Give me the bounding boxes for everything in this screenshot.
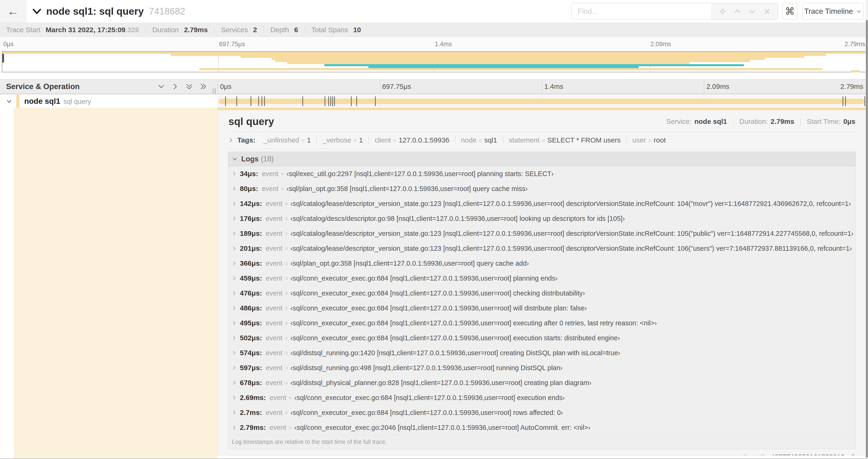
tag-equals: = bbox=[391, 137, 399, 144]
log-chevron-right-icon[interactable] bbox=[232, 395, 237, 400]
expand-one-chevron-right-icon[interactable] bbox=[172, 83, 179, 90]
span-row[interactable]: node sql1 sql query bbox=[0, 95, 868, 108]
log-chevron-right-icon[interactable] bbox=[232, 246, 237, 251]
log-marker-tick[interactable] bbox=[225, 96, 226, 106]
log-chevron-right-icon[interactable] bbox=[232, 321, 237, 325]
scrollbar-thumb[interactable] bbox=[866, 20, 868, 458]
log-field-key: event bbox=[270, 424, 286, 431]
log-marker-tick[interactable] bbox=[865, 96, 865, 106]
minimap-canvas[interactable] bbox=[2, 51, 866, 72]
tags-chevron-right-icon[interactable] bbox=[228, 138, 234, 143]
log-marker-tick[interactable] bbox=[264, 96, 265, 106]
log-entry-row[interactable]: 80μs:event=‹sql/plan_opt.go:358 [nsql1,c… bbox=[228, 181, 856, 196]
log-chevron-right-icon[interactable] bbox=[232, 186, 237, 191]
log-timestamp: 80μs: bbox=[240, 185, 258, 193]
trace-id-suffix: 7418682 bbox=[149, 6, 185, 17]
span-children-chevron-down-icon[interactable] bbox=[6, 98, 12, 104]
collapse-one-chevron-down-icon[interactable] bbox=[158, 83, 165, 90]
deep-link-icon[interactable] bbox=[848, 454, 855, 456]
log-entry-row[interactable]: 597μs:event=‹sql/distsql_running.go:498 … bbox=[228, 360, 856, 375]
span-name-cell[interactable]: node sql1 sql query bbox=[0, 95, 217, 108]
expand-all-double-chevron-right-icon[interactable] bbox=[200, 83, 207, 90]
keyboard-shortcuts-button[interactable]: ⌘ bbox=[782, 3, 798, 20]
tag-pill[interactable]: user=root bbox=[626, 136, 671, 144]
tag-pill[interactable]: node=sql1 bbox=[455, 136, 503, 144]
log-field-equals: = bbox=[282, 230, 290, 237]
log-chevron-right-icon[interactable] bbox=[232, 231, 237, 236]
log-entry-row[interactable]: 486μs:event=‹sql/conn_executor_exec.go:6… bbox=[228, 301, 856, 316]
logs-header[interactable]: Logs (18) bbox=[228, 152, 856, 166]
log-chevron-right-icon[interactable] bbox=[232, 351, 237, 355]
log-chevron-right-icon[interactable] bbox=[232, 365, 237, 370]
trace-title-chevron-down-icon[interactable] bbox=[32, 6, 42, 17]
log-entry-row[interactable]: 459μs:event=‹sql/conn_executor_exec.go:6… bbox=[228, 271, 856, 286]
log-entry-row[interactable]: 502μs:event=‹sql/conn_executor_exec.go:6… bbox=[228, 330, 856, 346]
span-duration-bar[interactable] bbox=[219, 99, 865, 104]
log-marker-tick[interactable] bbox=[331, 96, 331, 106]
tags-section[interactable]: Tags: _unfinished=1_verbose=1client=127.… bbox=[228, 132, 856, 149]
log-entry-row[interactable]: 2.69ms:event=‹sql/conn_executor_exec.go:… bbox=[228, 390, 856, 405]
tag-pill[interactable]: client=127.0.0.1:59936 bbox=[368, 136, 455, 144]
log-entry-row[interactable]: 201μs:event=‹sql/catalog/lease/descripto… bbox=[228, 241, 856, 256]
log-entry-row[interactable]: 189μs:event=‹sql/catalog/lease/descripto… bbox=[228, 226, 856, 241]
tag-pill[interactable]: _verbose=1 bbox=[316, 136, 368, 144]
log-marker-tick[interactable] bbox=[334, 96, 335, 106]
span-bar-cell[interactable] bbox=[217, 95, 866, 108]
log-field-value: ‹sql/conn_executor_exec.go:684 [nsql1,cl… bbox=[290, 274, 558, 282]
trace-title: node sql1: sql query 7418682 bbox=[46, 0, 185, 23]
log-chevron-right-icon[interactable] bbox=[232, 291, 237, 296]
log-entry-row[interactable]: 574μs:event=‹sql/distsql_running.go:1420… bbox=[228, 346, 856, 360]
minimap-axis-tick: 2.09ms bbox=[650, 41, 671, 48]
log-marker-tick[interactable] bbox=[258, 96, 259, 106]
log-chevron-right-icon[interactable] bbox=[232, 381, 237, 385]
log-chevron-right-icon[interactable] bbox=[232, 336, 237, 340]
log-chevron-right-icon[interactable] bbox=[232, 306, 237, 310]
vertical-scrollbar[interactable] bbox=[866, 0, 868, 459]
jaeger-trace-page: ← node sql1: sql query 7418682 bbox=[0, 0, 868, 459]
log-entry-row[interactable]: 2.7ms:event=‹sql/conn_executor_exec.go:6… bbox=[228, 405, 856, 420]
find-next-chevron-down-icon[interactable] bbox=[748, 7, 756, 15]
log-chevron-right-icon[interactable] bbox=[232, 261, 237, 266]
trace-view-selector[interactable]: Trace Timeline bbox=[802, 3, 864, 20]
log-marker-tick[interactable] bbox=[324, 96, 325, 106]
log-entry-row[interactable]: 2.79ms:event=‹sql/conn_executor_exec.go:… bbox=[228, 420, 856, 435]
span-id-label: SpanID: bbox=[743, 453, 768, 456]
log-entry-row[interactable]: 495μs:event=‹sql/conn_executor_exec.go:6… bbox=[228, 316, 856, 330]
log-chevron-right-icon[interactable] bbox=[232, 425, 237, 430]
tag-pill[interactable]: statement=SELECT * FROM users bbox=[503, 136, 626, 144]
log-marker-tick[interactable] bbox=[251, 96, 251, 106]
log-marker-tick[interactable] bbox=[236, 96, 237, 106]
log-entry-row[interactable]: 142μs:event=‹sql/catalog/lease/descripto… bbox=[228, 196, 856, 211]
log-marker-tick[interactable] bbox=[845, 96, 846, 106]
log-entry-row[interactable]: 34μs:event=‹sql/exec_util.go:2297 [nsql1… bbox=[228, 166, 856, 181]
log-marker-tick[interactable] bbox=[356, 96, 357, 106]
log-marker-tick[interactable] bbox=[332, 96, 333, 106]
summary-label: Duration bbox=[152, 26, 181, 34]
log-chevron-right-icon[interactable] bbox=[232, 216, 237, 221]
log-marker-tick[interactable] bbox=[843, 96, 843, 106]
log-marker-tick[interactable] bbox=[328, 96, 329, 106]
log-field-key: event bbox=[266, 364, 282, 372]
log-marker-tick[interactable] bbox=[302, 96, 303, 106]
log-marker-tick[interactable] bbox=[261, 96, 262, 106]
find-input[interactable] bbox=[572, 3, 711, 19]
log-entry-row[interactable]: 366μs:event=‹sql/plan_opt.go:358 [nsql1,… bbox=[228, 256, 856, 271]
log-chevron-right-icon[interactable] bbox=[232, 276, 237, 281]
collapse-all-double-chevron-down-icon[interactable] bbox=[186, 83, 193, 90]
log-chevron-right-icon[interactable] bbox=[232, 201, 237, 206]
log-entry-row[interactable]: 476μs:event=‹sql/conn_executor_exec.go:6… bbox=[228, 286, 856, 301]
log-chevron-right-icon[interactable] bbox=[232, 410, 237, 415]
focus-target-icon[interactable] bbox=[719, 7, 726, 15]
log-field-equals: = bbox=[282, 350, 290, 356]
find-clear-x-icon[interactable] bbox=[763, 7, 771, 15]
tag-pill[interactable]: _unfinished=1 bbox=[258, 136, 316, 144]
column-resize-handle[interactable] bbox=[213, 88, 216, 94]
log-marker-tick[interactable] bbox=[351, 96, 352, 106]
log-marker-tick[interactable] bbox=[375, 96, 376, 106]
log-entry-row[interactable]: 678μs:event=‹sql/distsql_physical_planne… bbox=[228, 375, 856, 390]
span-id-value: 4877749850101760812 bbox=[771, 453, 845, 456]
back-button[interactable]: ← bbox=[0, 0, 26, 23]
log-chevron-right-icon[interactable] bbox=[232, 171, 237, 176]
find-prev-chevron-up-icon[interactable] bbox=[733, 7, 741, 15]
log-entry-row[interactable]: 176μs:event=‹sql/catalog/descs/descripto… bbox=[228, 211, 856, 226]
